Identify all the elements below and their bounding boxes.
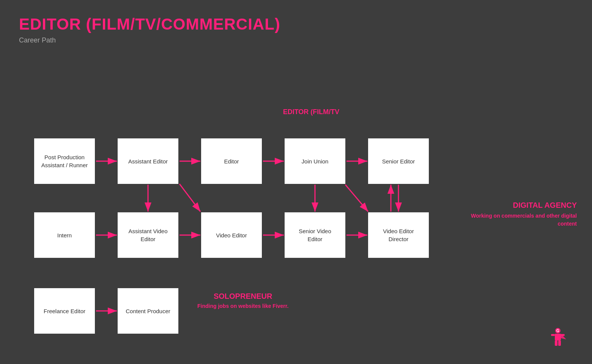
film-tv-label: EDITOR (FILM/TV [197, 108, 425, 116]
svg-rect-18 [555, 334, 561, 340]
card-video_editor: Video Editor [201, 212, 262, 258]
svg-rect-20 [558, 340, 561, 346]
card-senior_video_editor: Senior VideoEditor [285, 212, 345, 258]
digital-agency-label: DIGITAL AGENCY Working on commercials an… [471, 201, 577, 228]
svg-line-11 [179, 184, 200, 212]
svg-rect-23 [561, 334, 565, 336]
card-editor: Editor [201, 138, 262, 184]
svg-rect-22 [551, 334, 555, 336]
card-post_production: Post ProductionAssistant / Runner [34, 138, 95, 184]
svg-line-13 [345, 185, 368, 212]
svg-text:G: G [556, 329, 559, 333]
card-assistant_video_editor: Assistant VideoEditor [118, 212, 178, 258]
svg-rect-19 [555, 340, 557, 346]
page-title: EDITOR (FILM/TV/COMMERCIAL) [0, 0, 592, 33]
card-intern: Intern [34, 212, 95, 258]
card-content_producer: Content Producer [118, 288, 178, 334]
diagram-container: EDITOR (FILM/TV [0, 49, 592, 353]
card-assistant_editor: Assistant Editor [118, 138, 178, 184]
logo: G [546, 326, 569, 349]
solopreneur-label: SOLOPRENEUR Finding jobs on websites lik… [197, 292, 288, 309]
card-video_editor_director: Video EditorDirector [368, 212, 429, 258]
card-senior_editor: Senior Editor [368, 138, 429, 184]
card-freelance_editor: Freelance Editor [34, 288, 95, 334]
card-join_union: Join Union [285, 138, 345, 184]
page-subtitle: Career Path [0, 33, 592, 44]
